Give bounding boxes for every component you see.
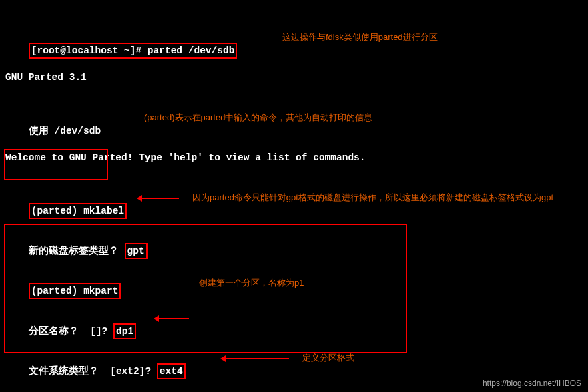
dp1-val: dp1	[116, 326, 133, 337]
annot-fdisk: 这边操作与fdisk类似使用parted进行分区	[282, 31, 438, 44]
prompt-box: [root@localhost ~]# parted /dev/sdb	[29, 43, 238, 59]
label-type-q: 新的磁盘标签类型？	[29, 246, 125, 256]
arrow-icon	[156, 318, 189, 319]
ext4-box: ext4	[157, 363, 186, 379]
mklabel-box: (parted) mklabel	[29, 203, 127, 219]
annot-gpt-reason: 因为parted命令只能针对gpt格式的磁盘进行操作，所以这里必须将新建的磁盘标…	[192, 191, 553, 204]
watermark: https://blog.csdn.net/IHBOS	[483, 379, 581, 388]
part-name-q: 分区名称？ []?	[29, 326, 113, 337]
fs-type-q: 文件系统类型？ [ext2]?	[29, 366, 157, 377]
cmd-parted: parted /dev/sdb	[148, 45, 235, 56]
welcome-msg: Welcome to GNU Parted! Type 'help' to vi…	[5, 152, 366, 163]
prompt: [root@localhost ~]#	[31, 45, 148, 56]
terminal-output: [root@localhost ~]# parted /dev/sdb 这边操作…	[0, 0, 588, 392]
ext4-val: ext4	[160, 366, 183, 377]
annot-fs-format: 定义分区格式	[302, 351, 354, 365]
mkpart-cmd: (parted) mkpart	[31, 286, 119, 297]
gpt-val: gpt	[127, 246, 145, 256]
gnu-parted-ver: GNU Parted 3.1	[5, 72, 87, 83]
mkpart-box: (parted) mkpart	[29, 283, 121, 299]
arrow-icon	[139, 198, 179, 199]
annot-parted-cmd: (parted)表示在parted中输入的命令，其他为自动打印的信息	[144, 111, 372, 124]
annot-create-p1: 创建第一个分区，名称为p1	[199, 276, 304, 290]
arrow-icon	[222, 358, 289, 359]
using-dev: 使用 /dev/sdb	[29, 126, 101, 136]
dp1-box: dp1	[113, 323, 136, 339]
gpt-box: gpt	[125, 243, 148, 259]
mklabel-cmd: (parted) mklabel	[31, 206, 124, 216]
